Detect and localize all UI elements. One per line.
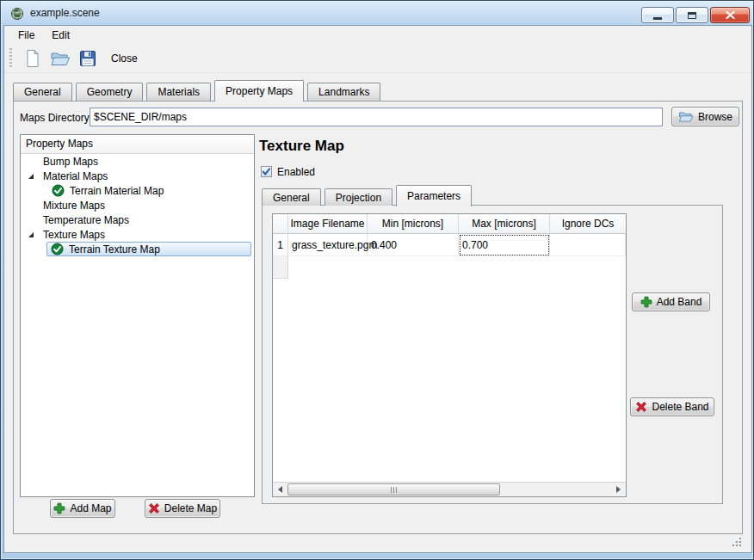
delete-x-icon bbox=[635, 401, 647, 413]
min-microns-cell[interactable]: 0.400 bbox=[368, 234, 459, 256]
detail-title: Texture Map bbox=[259, 138, 344, 155]
delete-map-button[interactable]: Delete Map bbox=[145, 499, 220, 518]
add-map-label: Add Map bbox=[70, 502, 111, 514]
column-min-microns[interactable]: Min [microns] bbox=[368, 214, 459, 233]
tab-property-maps[interactable]: Property Maps bbox=[214, 80, 304, 102]
scroll-left-button[interactable] bbox=[273, 483, 287, 496]
ignore-dcs-cell[interactable] bbox=[550, 234, 626, 256]
max-microns-cell[interactable]: 0.700 bbox=[459, 234, 550, 256]
menu-file[interactable]: File bbox=[9, 28, 43, 43]
browse-folder-icon bbox=[678, 110, 694, 123]
tree-item-label: Terrain Material Map bbox=[70, 185, 164, 197]
add-band-label: Add Band bbox=[657, 296, 702, 308]
maximize-button[interactable] bbox=[676, 7, 708, 23]
add-band-button[interactable]: Add Band bbox=[632, 292, 710, 311]
column-max-microns[interactable]: Max [microns] bbox=[459, 214, 550, 233]
enabled-label: Enabled bbox=[277, 166, 315, 178]
enabled-checkbox[interactable] bbox=[261, 166, 272, 177]
toolbar-close-button[interactable]: Close bbox=[106, 52, 143, 65]
tree-item-bump-maps[interactable]: Bump Maps bbox=[21, 154, 254, 169]
column-ignore-dcs[interactable]: Ignore DCs bbox=[550, 214, 626, 233]
main-tab-bar: General Geometry Materials Property Maps… bbox=[13, 83, 384, 101]
delete-band-button[interactable]: Delete Band bbox=[630, 397, 714, 416]
tree-item-label: Terrain Texture Map bbox=[69, 243, 160, 255]
delete-map-label: Delete Map bbox=[164, 502, 217, 514]
subtab-general[interactable]: General bbox=[262, 188, 321, 206]
new-file-button[interactable] bbox=[20, 46, 46, 71]
horizontal-scrollbar[interactable] bbox=[273, 482, 626, 496]
maps-directory-label: Maps Directory bbox=[20, 112, 90, 124]
tree-item-label: Temperature Maps bbox=[43, 214, 129, 226]
tree-item-label: Texture Maps bbox=[43, 229, 105, 241]
window-controls bbox=[641, 7, 750, 23]
delete-x-icon bbox=[148, 502, 160, 514]
close-button[interactable] bbox=[710, 7, 750, 23]
tab-landmarks[interactable]: Landmarks bbox=[307, 83, 380, 101]
close-icon bbox=[726, 11, 735, 19]
scrollbar-thumb[interactable] bbox=[287, 483, 500, 495]
row-number-header bbox=[273, 214, 288, 233]
tree-item-label: Material Maps bbox=[43, 170, 108, 182]
new-file-icon bbox=[23, 49, 42, 68]
tree-item-label: Bump Maps bbox=[43, 156, 98, 168]
arrow-left-icon bbox=[278, 486, 282, 493]
title-bar[interactable]: example.scene bbox=[1, 1, 753, 26]
arrow-right-icon bbox=[616, 486, 621, 493]
property-maps-page: Maps Directory Browse Property Maps Bump… bbox=[13, 101, 743, 534]
tree-item-material-maps[interactable]: Material Maps bbox=[21, 169, 254, 183]
window-title: example.scene bbox=[30, 7, 100, 19]
subtab-parameters[interactable]: Parameters bbox=[396, 185, 472, 206]
app-icon bbox=[10, 7, 24, 21]
expander-icon[interactable] bbox=[28, 174, 34, 179]
property-maps-tree: Property Maps Bump Maps Material Maps bbox=[20, 134, 255, 497]
subtab-projection[interactable]: Projection bbox=[324, 188, 392, 206]
browse-button-label: Browse bbox=[698, 111, 732, 123]
tab-general[interactable]: General bbox=[13, 83, 72, 101]
enabled-row: Enabled bbox=[261, 165, 315, 178]
app-window: example.scene File Edit bbox=[0, 0, 754, 560]
tree-header: Property Maps bbox=[21, 135, 254, 154]
plus-icon bbox=[640, 296, 652, 308]
menu-edit[interactable]: Edit bbox=[43, 28, 78, 43]
tree-item-label: Mixture Maps bbox=[43, 200, 105, 212]
tree-item-temperature-maps[interactable]: Temperature Maps bbox=[21, 212, 254, 227]
tree-item-texture-maps[interactable]: Texture Maps bbox=[21, 227, 254, 242]
save-button[interactable] bbox=[75, 46, 101, 71]
row-number-cell[interactable]: 1 bbox=[273, 234, 288, 256]
menu-bar: File Edit bbox=[4, 26, 751, 44]
toolbar: Close bbox=[4, 44, 751, 73]
image-filename-cell[interactable]: grass_texture.pgm bbox=[288, 234, 368, 256]
checkmark-icon bbox=[262, 167, 271, 176]
band-table-header: Image Filename Min [microns] Max [micron… bbox=[273, 214, 626, 234]
minimize-button[interactable] bbox=[641, 7, 674, 23]
detail-tab-bar: General Projection Parameters bbox=[262, 185, 475, 206]
status-bar bbox=[4, 534, 751, 552]
open-file-button[interactable] bbox=[47, 46, 73, 71]
maps-directory-input[interactable] bbox=[90, 108, 663, 126]
minimize-icon bbox=[653, 17, 662, 20]
expander-icon[interactable] bbox=[28, 232, 34, 237]
client-area: File Edit bbox=[4, 26, 751, 552]
green-check-icon bbox=[51, 243, 64, 255]
browse-button[interactable]: Browse bbox=[671, 107, 739, 126]
tab-geometry[interactable]: Geometry bbox=[76, 83, 144, 101]
open-folder-icon bbox=[50, 49, 71, 68]
save-icon bbox=[78, 49, 97, 68]
next-row-stub bbox=[273, 256, 288, 279]
toolbar-grip[interactable] bbox=[9, 48, 12, 69]
tree-item-mixture-maps[interactable]: Mixture Maps bbox=[21, 198, 254, 212]
column-image-filename[interactable]: Image Filename bbox=[288, 214, 368, 233]
tab-materials[interactable]: Materials bbox=[146, 83, 211, 101]
band-table: Image Filename Min [microns] Max [micron… bbox=[272, 213, 627, 497]
resize-grip-icon[interactable] bbox=[732, 538, 743, 548]
tree-item-terrain-material-map[interactable]: Terrain Material Map bbox=[21, 183, 254, 198]
tree-item-terrain-texture-map-selected[interactable]: Terrain Texture Map bbox=[46, 242, 251, 256]
delete-band-label: Delete Band bbox=[652, 401, 708, 413]
plus-icon bbox=[53, 502, 65, 514]
maximize-icon bbox=[688, 12, 696, 19]
parameters-panel: Image Filename Min [microns] Max [micron… bbox=[262, 205, 723, 504]
scroll-right-button[interactable] bbox=[611, 483, 626, 496]
green-check-icon bbox=[52, 184, 65, 197]
add-map-button[interactable]: Add Map bbox=[50, 499, 115, 518]
band-table-row: 1 grass_texture.pgm 0.400 0.700 bbox=[273, 234, 626, 256]
